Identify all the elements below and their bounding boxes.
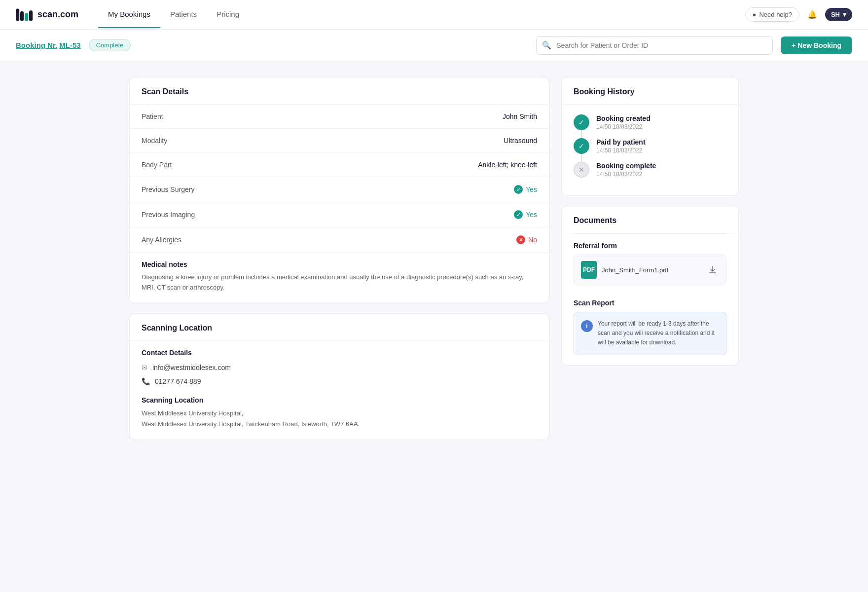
history-item-paid: ✓ Paid by patient 14:50 10/03/2022 xyxy=(574,138,726,162)
previous-imaging-value: ✓ Yes xyxy=(514,210,537,219)
referral-form-label: Referral form xyxy=(574,234,726,255)
body-part-label: Body Part xyxy=(142,161,172,169)
documents-section: Referral form PDF John_Smith_Form1.pdf S… xyxy=(562,234,738,365)
patient-value: John Smith xyxy=(503,112,537,120)
x-circle-icon: ✕ xyxy=(579,166,584,174)
medical-notes-label: Medical notes xyxy=(142,260,537,268)
new-booking-label: + New Booking xyxy=(792,41,841,49)
check-icon: ✓ xyxy=(514,185,523,194)
search-bar: 🔍 xyxy=(536,36,773,55)
svg-rect-3 xyxy=(29,10,33,21)
history-content-complete: Booking complete 14:50 10/03/2022 xyxy=(596,162,656,178)
previous-imaging-row: Previous Imaging ✓ Yes xyxy=(130,202,549,227)
scan-report-label: Scan Report xyxy=(574,291,726,312)
contact-details-label: Contact Details xyxy=(130,341,549,361)
question-icon: ● xyxy=(753,11,757,18)
svg-rect-0 xyxy=(16,8,19,21)
history-list: ✓ Booking created 14:50 10/03/2022 ✓ Pai… xyxy=(562,105,738,195)
history-icon-complete: ✕ xyxy=(574,162,589,178)
body-part-row: Body Part Ankle-left; knee-left xyxy=(130,153,549,177)
allergies-row: Any Allergies ✕ No xyxy=(130,227,549,253)
scan-report-text: Your report will be ready 1-3 days after… xyxy=(598,319,719,348)
documents-title: Documents xyxy=(562,206,738,233)
allergies-value: ✕ No xyxy=(516,235,537,244)
history-content-created: Booking created 14:50 10/03/2022 xyxy=(596,114,651,130)
booking-history-title: Booking History xyxy=(562,77,738,105)
file-info: PDF John_Smith_Form1.pdf xyxy=(581,261,668,279)
email-icon: ✉ xyxy=(142,364,147,371)
scan-details-card: Scan Details Patient John Smith Modality… xyxy=(129,77,549,303)
need-help-button[interactable]: ● Need help? xyxy=(745,7,799,22)
previous-imaging-label: Previous Imaging xyxy=(142,211,195,219)
medical-notes-section: Medical notes Diagnosing a knee injury o… xyxy=(130,253,549,303)
avatar-initials: SH xyxy=(831,11,840,18)
previous-surgery-value: ✓ Yes xyxy=(514,185,537,194)
svg-rect-2 xyxy=(25,13,28,21)
left-column: Scan Details Patient John Smith Modality… xyxy=(129,77,549,440)
modality-value: Ultrasound xyxy=(504,137,537,145)
nav-patients[interactable]: Patients xyxy=(160,1,207,28)
search-input[interactable] xyxy=(536,36,773,55)
nav-my-bookings[interactable]: My Bookings xyxy=(98,1,160,28)
booking-number: Booking Nr. ML-53 xyxy=(16,41,81,49)
scan-report-info: i Your report will be ready 1-3 days aft… xyxy=(574,312,726,355)
user-avatar-button[interactable]: SH ▾ xyxy=(825,8,852,21)
new-booking-button[interactable]: + New Booking xyxy=(781,37,852,54)
history-title-created: Booking created xyxy=(596,114,651,122)
patient-row: Patient John Smith xyxy=(130,105,549,129)
history-icon-created: ✓ xyxy=(574,114,589,130)
history-content-paid: Paid by patient 14:50 10/03/2022 xyxy=(596,138,646,154)
right-column: Booking History ✓ Booking created 14:50 … xyxy=(561,77,739,440)
email-value: info@westmiddlesex.com xyxy=(152,364,231,371)
history-item-created: ✓ Booking created 14:50 10/03/2022 xyxy=(574,114,726,138)
booking-nr-label: Booking Nr. xyxy=(16,41,57,49)
scan-details-title: Scan Details xyxy=(130,77,549,105)
scanning-location-title: Scanning Location xyxy=(130,314,549,341)
check-circle-icon-2: ✓ xyxy=(579,142,584,150)
check-circle-icon: ✓ xyxy=(579,118,584,126)
scanning-loc-address: West Middlesex University Hospital,West … xyxy=(130,408,549,440)
chevron-down-icon: ▾ xyxy=(843,11,846,18)
notifications-icon[interactable]: 🔔 xyxy=(807,10,817,19)
nav-links: My Bookings Patients Pricing xyxy=(98,1,745,28)
history-title-paid: Paid by patient xyxy=(596,138,646,146)
history-item-complete: ✕ Booking complete 14:50 10/03/2022 xyxy=(574,162,726,185)
main-content: Scan Details Patient John Smith Modality… xyxy=(113,61,755,456)
scanning-loc-label: Scanning Location xyxy=(130,388,549,408)
logo[interactable]: scan.com xyxy=(16,8,78,22)
file-name: John_Smith_Form1.pdf xyxy=(602,266,668,274)
check-icon-2: ✓ xyxy=(514,210,523,219)
history-time-complete: 14:50 10/03/2022 xyxy=(596,171,656,178)
email-contact: ✉ info@westmiddlesex.com xyxy=(130,361,549,374)
phone-value: 01277 674 889 xyxy=(155,377,201,385)
nav-right: ● Need help? 🔔 SH ▾ xyxy=(745,7,852,22)
logo-text: scan.com xyxy=(37,9,78,20)
nav-pricing[interactable]: Pricing xyxy=(207,1,249,28)
booking-nr-id[interactable]: ML-53 xyxy=(59,41,80,49)
history-time-created: 14:50 10/03/2022 xyxy=(596,123,651,130)
need-help-label: Need help? xyxy=(759,11,792,18)
history-icon-paid: ✓ xyxy=(574,138,589,154)
modality-row: Modality Ultrasound xyxy=(130,129,549,153)
medical-notes-text: Diagnosing a knee injury or problem incl… xyxy=(142,272,537,293)
pdf-icon: PDF xyxy=(581,261,597,279)
previous-surgery-row: Previous Surgery ✓ Yes xyxy=(130,177,549,202)
svg-rect-1 xyxy=(20,11,24,21)
phone-contact: 📞 01277 674 889 xyxy=(130,374,549,388)
phone-icon: 📞 xyxy=(142,377,150,385)
info-icon: i xyxy=(581,320,593,332)
booking-header: Booking Nr. ML-53 Complete 🔍 + New Booki… xyxy=(0,30,868,61)
body-part-value: Ankle-left; knee-left xyxy=(478,161,537,169)
download-button[interactable] xyxy=(706,263,719,276)
search-icon: 🔍 xyxy=(542,41,551,50)
booking-history-card: Booking History ✓ Booking created 14:50 … xyxy=(561,77,739,196)
documents-card: Documents Referral form PDF John_Smith_F… xyxy=(561,206,739,366)
referral-form-file: PDF John_Smith_Form1.pdf xyxy=(574,255,726,285)
allergies-label: Any Allergies xyxy=(142,236,181,244)
x-icon: ✕ xyxy=(516,235,525,244)
patient-label: Patient xyxy=(142,112,163,120)
history-time-paid: 14:50 10/03/2022 xyxy=(596,147,646,154)
history-title-complete: Booking complete xyxy=(596,162,656,170)
status-badge: Complete xyxy=(89,39,131,51)
previous-surgery-label: Previous Surgery xyxy=(142,185,194,193)
